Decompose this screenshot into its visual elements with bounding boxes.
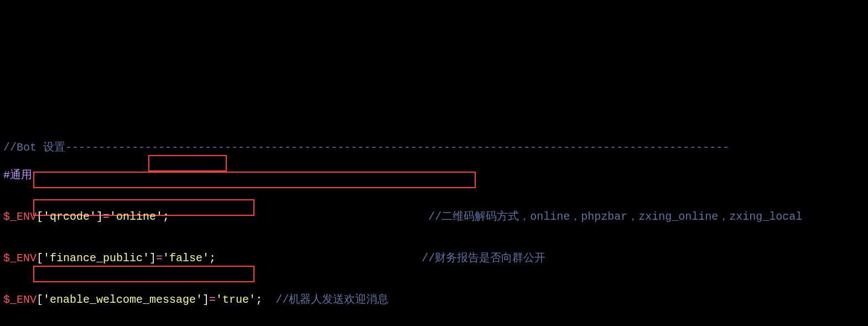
line-finance-public: $_ENV['finance_public']='false'; //财务报告是…: [3, 251, 865, 265]
line-enable-welcome: $_ENV['enable_welcome_message']='true'; …: [3, 293, 865, 307]
comment-bot-settings: //Bot 设置--------------------------------…: [3, 141, 865, 154]
section-general: #通用: [3, 168, 865, 182]
highlight-telegram-bot: [33, 266, 254, 282]
line-qrcode: $_ENV['qrcode']='online'; //二维码解码方式，onli…: [3, 210, 865, 224]
